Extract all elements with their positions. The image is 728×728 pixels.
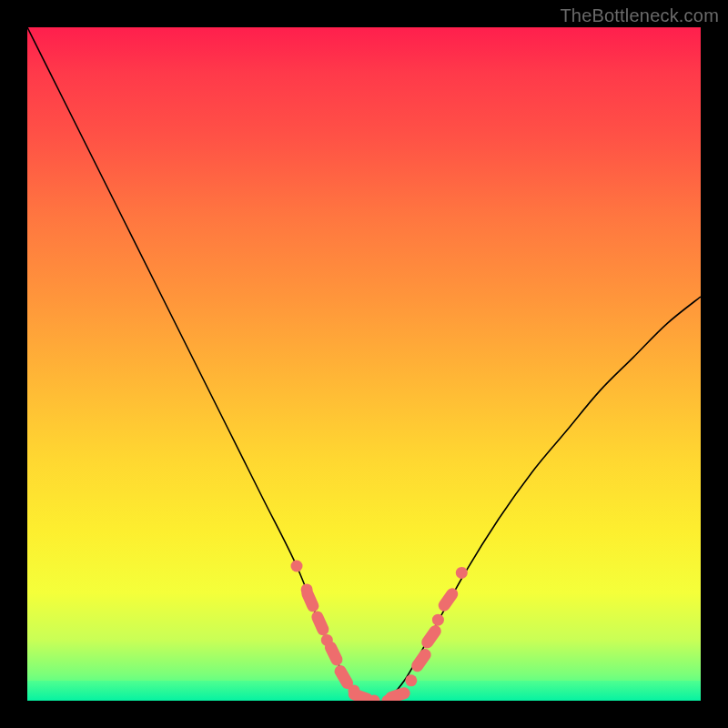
marker-pill [309,609,330,637]
curve-markers [291,561,468,702]
marker-pill [410,646,434,673]
plot-area [27,27,701,701]
chart-svg [27,27,701,701]
bottleneck-curve [27,27,701,701]
marker-pill [420,623,444,651]
marker-dot [456,567,468,579]
watermark-text: TheBottleneck.com [560,5,719,26]
chart-stage: TheBottleneck.com [0,0,728,728]
marker-dot [405,674,417,686]
marker-pill [436,586,460,613]
marker-pill [384,686,412,701]
marker-dot [432,614,444,626]
marker-dot [291,561,303,572]
marker-pill [299,586,320,614]
